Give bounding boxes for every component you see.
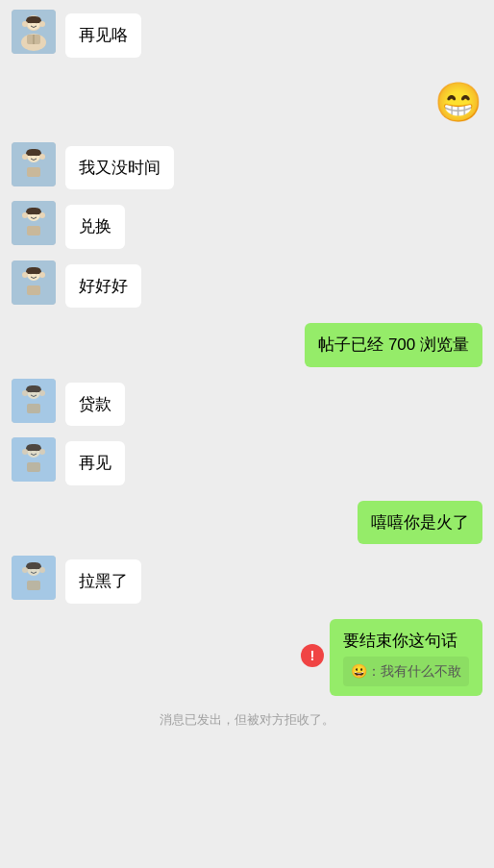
svg-point-29 [22,272,28,278]
message-row: 兑换 [12,201,482,249]
avatar [12,379,56,423]
svg-rect-14 [27,167,40,177]
avatar [12,142,56,186]
message-bubble: 嘻嘻你是火了 [358,501,482,545]
avatar [12,556,56,600]
message-bubble: 😁 [434,73,482,131]
message-bubble: 兑换 [65,205,125,249]
svg-rect-54 [12,556,56,600]
svg-rect-10 [12,142,56,186]
message-row: 😁 [12,69,482,131]
error-wrap: ! 要结束你这句话 😀：我有什么不敢 [301,615,482,697]
quote-block: 😀：我有什么不敢 [343,657,469,686]
message-bubble: 帖子已经 700 浏览量 [305,323,482,367]
svg-point-8 [22,21,28,27]
message-bubble: 要结束你这句话 😀：我有什么不敢 [330,619,482,697]
message-row: 拉黑了 [12,556,482,604]
svg-point-22 [22,212,28,218]
message-bubble: 再见 [65,441,125,485]
svg-point-30 [39,272,45,278]
message-bubble: 拉黑了 [65,559,141,604]
message-bubble: 好好好 [65,264,141,309]
message-row: 嘻嘻你是火了 [12,497,482,545]
svg-rect-17 [12,201,56,245]
message-bubble: 贷款 [65,383,125,427]
avatar [12,437,56,482]
message-row: 好好好 [12,260,482,309]
message-row: 帖子已经 700 浏览量 [12,319,482,367]
avatar [12,201,56,245]
svg-rect-28 [27,285,40,295]
svg-point-16 [39,154,45,160]
svg-rect-46 [12,437,56,482]
svg-point-23 [39,212,45,218]
svg-rect-21 [27,226,40,236]
avatar [12,260,56,305]
svg-point-15 [22,154,28,160]
message-row: 再见咯 [12,10,482,58]
chat-container: 再见咯 😁 我又没时间 [0,0,494,740]
svg-point-9 [39,21,45,27]
message-row: 再见 [12,437,482,485]
message-bubble: 我又没时间 [65,146,174,190]
message-bubble: 再见咯 [65,13,141,58]
message-row: 我又没时间 [12,142,482,190]
svg-rect-24 [12,260,56,305]
error-icon: ! [301,644,324,667]
message-row: ! 要结束你这句话 😀：我有什么不敢 [12,615,482,697]
message-row: 贷款 [12,379,482,427]
status-message: 消息已发出，但被对方拒收了。 [12,707,482,731]
svg-rect-38 [12,379,56,423]
avatar [12,10,56,54]
